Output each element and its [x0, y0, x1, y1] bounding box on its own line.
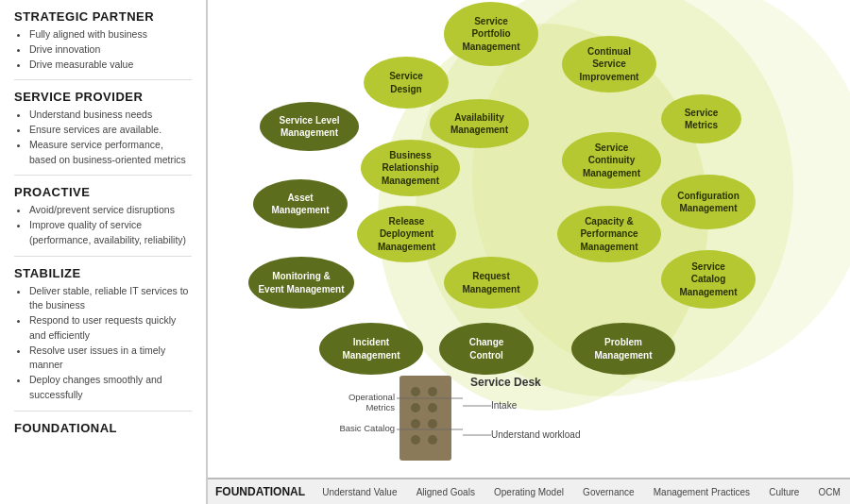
found-item-1: Aligned Goals: [416, 487, 475, 497]
bubble-availability: Availability Management: [430, 99, 529, 148]
service-desk-label: Service Desk: [470, 376, 541, 389]
section-provider: SERVICE PROVIDER Understand business nee…: [14, 90, 192, 176]
foundational-title-left: FOUNDATIONAL: [14, 421, 192, 435]
bubble-service-metrics: Service Metrics: [661, 94, 741, 143]
provider-bullets: Understand business needs Ensure service…: [14, 108, 192, 167]
found-item-5: Culture: [769, 487, 799, 497]
stabilize-title: STABILIZE: [14, 266, 192, 280]
bubble-continual-service: Continual Service Improvement: [562, 36, 656, 92]
proactive-bullet-2: Improve quality of service (performance,…: [29, 218, 192, 248]
basic-catalog-label: Basic Catalog: [319, 423, 395, 433]
bubble-service-design: Service Design: [364, 57, 449, 109]
right-panel: Service Portfolio ManagementContinual Se…: [208, 0, 850, 504]
bubble-service-continuity: Service Continuity Management: [562, 132, 661, 189]
found-item-0: Understand Value: [322, 487, 397, 497]
provider-bullet-2: Ensure services are available.: [29, 123, 192, 138]
bubble-business-relationship: Business Relationship Management: [361, 140, 460, 196]
bubble-service-catalog: Service Catalog Management: [661, 250, 756, 309]
found-item-2: Operating Model: [494, 487, 564, 497]
stabilize-bullet-4: Deploy changes smoothly and successfully: [29, 373, 192, 403]
proactive-title: PROACTIVE: [14, 185, 192, 199]
bubble-configuration: Configuration Management: [661, 175, 756, 229]
bubble-release-deployment: Release Deployment Management: [357, 206, 456, 262]
bubble-capacity-performance: Capacity & Performance Management: [557, 206, 661, 262]
intake-label: Intake: [491, 400, 517, 411]
understand-workload-label: Understand workload: [491, 429, 581, 440]
provider-bullet-1: Understand business needs: [29, 108, 192, 123]
stabilize-bullet-3: Resolve user issues in a timely manner: [29, 344, 192, 374]
bubble-service-level: Service Level Management: [260, 102, 359, 151]
bubble-monitoring-event: Monitoring & Event Management: [248, 257, 354, 309]
section-stabilize: STABILIZE Deliver stable, reliable IT se…: [14, 266, 192, 412]
proactive-bullets: Avoid/prevent service disruptions Improv…: [14, 203, 192, 247]
found-item-4: Management Practices: [654, 487, 750, 497]
stabilize-bullet-2: Respond to user requests quickly and eff…: [29, 313, 192, 344]
foundational-bar: FOUNDATIONAL Understand Value Aligned Go…: [208, 478, 850, 504]
bubble-incident: Incident Management: [319, 323, 423, 375]
bubble-change-control: Change Control: [439, 323, 534, 375]
operational-metrics-label: OperationalMetrics: [319, 392, 395, 412]
main-container: STRATEGIC PARTNER Fully aligned with bus…: [0, 0, 850, 504]
bubble-asset: Asset Management: [253, 179, 348, 228]
section-proactive: PROACTIVE Avoid/prevent service disrupti…: [14, 185, 192, 256]
strategic-bullet-3: Drive measurable value: [29, 58, 192, 73]
strategic-title: STRATEGIC PARTNER: [14, 9, 192, 24]
provider-title: SERVICE PROVIDER: [14, 90, 192, 104]
provider-bullet-3: Measure service performance, based on bu…: [29, 138, 192, 168]
bubble-service-portfolio: Service Portfolio Management: [444, 2, 538, 66]
bubble-problem: Problem Management: [571, 323, 675, 375]
strategic-bullet-2: Drive innovation: [29, 42, 192, 58]
strategic-bullets: Fully aligned with business Drive innova…: [14, 27, 192, 72]
found-item-6: OCM: [819, 487, 841, 497]
proactive-bullet-1: Avoid/prevent service disruptions: [29, 203, 192, 218]
foundational-bar-title: FOUNDATIONAL: [208, 485, 313, 498]
section-foundational-left: FOUNDATIONAL: [14, 421, 192, 435]
strategic-bullet-1: Fully aligned with business: [29, 27, 192, 42]
foundational-items: Understand Value Aligned Goals Operating…: [313, 487, 850, 497]
bubble-request: Request Management: [444, 257, 538, 309]
section-strategic: STRATEGIC PARTNER Fully aligned with bus…: [14, 9, 192, 80]
bubbles-container: Service Portfolio ManagementContinual Se…: [208, 0, 850, 504]
left-panel: STRATEGIC PARTNER Fully aligned with bus…: [0, 0, 208, 504]
stabilize-bullet-1: Deliver stable, reliable IT services to …: [29, 284, 192, 314]
found-item-3: Governance: [583, 487, 634, 497]
stabilize-bullets: Deliver stable, reliable IT services to …: [14, 284, 192, 403]
